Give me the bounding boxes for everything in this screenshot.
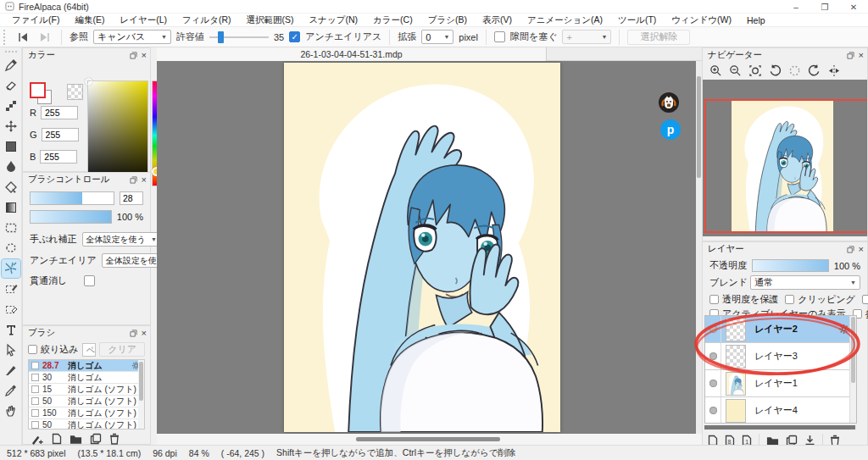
- close-gap-checkbox[interactable]: [494, 31, 505, 42]
- layer-opacity-slider[interactable]: [752, 259, 829, 272]
- canvas-horizontal-scrollbar[interactable]: [157, 434, 702, 445]
- lock-option[interactable]: ロック: [862, 293, 868, 306]
- select-rect-tool-icon[interactable]: [2, 219, 20, 237]
- menu-file[interactable]: ファイル(F): [5, 14, 66, 27]
- dot-tool-icon[interactable]: [2, 97, 20, 115]
- firealpaca-mascot-button[interactable]: [659, 92, 679, 113]
- layer-row[interactable]: レイヤー1: [705, 370, 856, 397]
- brush-folder-icon[interactable]: [70, 434, 82, 445]
- brush-row[interactable]: 30消しゴム: [29, 372, 144, 384]
- brush-opacity-slider[interactable]: [30, 210, 112, 224]
- float-panel-icon[interactable]: [847, 52, 854, 59]
- zoom-out-icon[interactable]: [729, 64, 742, 77]
- brush-row[interactable]: 150消しゴム (ソフト): [29, 407, 144, 419]
- close-panel-icon[interactable]: ×: [142, 328, 147, 338]
- reference-select[interactable]: キャンバス▼: [93, 30, 171, 44]
- brush-row[interactable]: 50消しゴム (ソフト): [29, 419, 144, 430]
- close-panel-icon[interactable]: ×: [859, 50, 864, 60]
- expand-select[interactable]: 0▼: [421, 30, 453, 44]
- toolstrip-drag-handle[interactable]: [5, 51, 17, 53]
- pixiv-button[interactable]: p: [660, 119, 681, 140]
- rotate-reset-icon[interactable]: [788, 64, 801, 77]
- close-panel-icon[interactable]: ×: [859, 244, 864, 254]
- toolbar-drag-handle[interactable]: [3, 30, 8, 45]
- canvas-viewport[interactable]: p: [157, 61, 696, 434]
- layer-list-scrollbar[interactable]: [849, 316, 856, 423]
- deselect-button[interactable]: 選択解除: [627, 30, 690, 45]
- redo-icon[interactable]: [36, 30, 53, 45]
- close-panel-icon[interactable]: ×: [142, 175, 147, 185]
- brush-row[interactable]: 50消しゴム (ソフト): [29, 396, 144, 407]
- duplicate-brush-icon[interactable]: [90, 433, 102, 445]
- magic-wand-tool-icon[interactable]: [2, 259, 20, 278]
- layer-row[interactable]: レイヤー4: [705, 397, 856, 424]
- tolerance-slider[interactable]: [209, 31, 269, 43]
- blend-select[interactable]: 通常▼: [750, 275, 860, 290]
- foreground-color-swatch[interactable]: [30, 82, 46, 98]
- zoom-fit-icon[interactable]: [748, 64, 762, 77]
- menu-layer[interactable]: レイヤー(L): [113, 14, 174, 27]
- eraser-tool-icon[interactable]: [2, 76, 20, 95]
- stabilizer-select[interactable]: 全体設定を使う▼: [82, 232, 161, 247]
- divide-tool-icon[interactable]: [2, 361, 20, 380]
- menu-tool[interactable]: ツール(T): [611, 14, 663, 27]
- menu-select[interactable]: 選択範囲(S): [240, 14, 301, 27]
- document-tab[interactable]: 26-1-03-04-04-51-31.mdp: [157, 47, 547, 61]
- menu-help[interactable]: Help: [740, 14, 772, 26]
- canvas-vertical-scrollbar[interactable]: [696, 61, 702, 434]
- close-gap-select[interactable]: +▼: [562, 30, 611, 44]
- menu-window[interactable]: ウィンドウ(W): [665, 14, 738, 27]
- add-brush-pen-icon[interactable]: [31, 433, 44, 445]
- select-pen-tool-icon[interactable]: [2, 280, 20, 298]
- bucket-tool-icon[interactable]: [2, 158, 20, 176]
- float-panel-icon[interactable]: [130, 52, 137, 59]
- float-panel-icon[interactable]: [130, 176, 137, 184]
- zoom-in-icon[interactable]: [709, 64, 722, 77]
- brush-tool-icon[interactable]: [2, 56, 20, 75]
- float-panel-icon[interactable]: [847, 246, 854, 253]
- g-field[interactable]: [42, 128, 79, 141]
- undo-icon[interactable]: [14, 30, 31, 45]
- rotate-left-icon[interactable]: [769, 64, 782, 77]
- b-field[interactable]: [40, 150, 77, 163]
- add-brush-icon[interactable]: [52, 433, 62, 445]
- layer-visibility-toggle[interactable]: [705, 343, 721, 369]
- layer-visibility-toggle[interactable]: [705, 370, 721, 396]
- eyedropper-tool-icon[interactable]: [2, 381, 20, 400]
- text-tool-icon[interactable]: [2, 320, 20, 339]
- brush-filter-checkbox[interactable]: [28, 345, 37, 354]
- protect-alpha-option[interactable]: 透明度を保護: [709, 293, 778, 306]
- clipping-option[interactable]: クリッピング: [785, 293, 855, 306]
- brush-size-slider[interactable]: [30, 191, 114, 205]
- delete-brush-icon[interactable]: [109, 433, 120, 445]
- menu-filter[interactable]: フィルタ(R): [175, 14, 238, 27]
- flip-horizontal-icon[interactable]: [827, 64, 841, 77]
- close-button[interactable]: ✕: [839, 0, 868, 14]
- operation-tool-icon[interactable]: [2, 341, 20, 359]
- move-tool-icon[interactable]: [2, 117, 20, 136]
- menu-snap[interactable]: スナップ(N): [303, 14, 365, 27]
- minimize-button[interactable]: –: [782, 0, 810, 14]
- select-lasso-tool-icon[interactable]: [2, 239, 20, 258]
- menu-view[interactable]: 表示(V): [476, 14, 519, 27]
- fill-polygon-tool-icon[interactable]: [2, 178, 20, 197]
- penetrate-checkbox[interactable]: [84, 275, 95, 286]
- saturation-value-picker[interactable]: [87, 80, 148, 186]
- antialias-checkbox[interactable]: ✓: [289, 31, 300, 42]
- menu-animation[interactable]: アニメーション(A): [520, 14, 609, 27]
- layer-visibility-toggle[interactable]: [705, 316, 721, 342]
- transparent-color-swatch[interactable]: [67, 84, 83, 100]
- fill-tool-icon[interactable]: [2, 137, 20, 156]
- canvas-artwork[interactable]: [284, 63, 560, 432]
- brush-row[interactable]: 28.7消しゴム: [29, 360, 144, 372]
- brush-clear-button[interactable]: クリア: [99, 342, 145, 357]
- menu-color[interactable]: カラー(C): [366, 14, 420, 27]
- gradient-tool-icon[interactable]: [2, 198, 20, 217]
- select-eraser-tool-icon[interactable]: [2, 300, 20, 319]
- close-panel-icon[interactable]: ×: [142, 50, 147, 60]
- hand-tool-icon[interactable]: [2, 402, 20, 420]
- layer-list-horizontal-scrollbar[interactable]: [704, 424, 857, 430]
- layer-visibility-toggle[interactable]: [705, 397, 721, 424]
- float-panel-icon[interactable]: [130, 330, 137, 337]
- restore-button[interactable]: ❐: [810, 0, 839, 14]
